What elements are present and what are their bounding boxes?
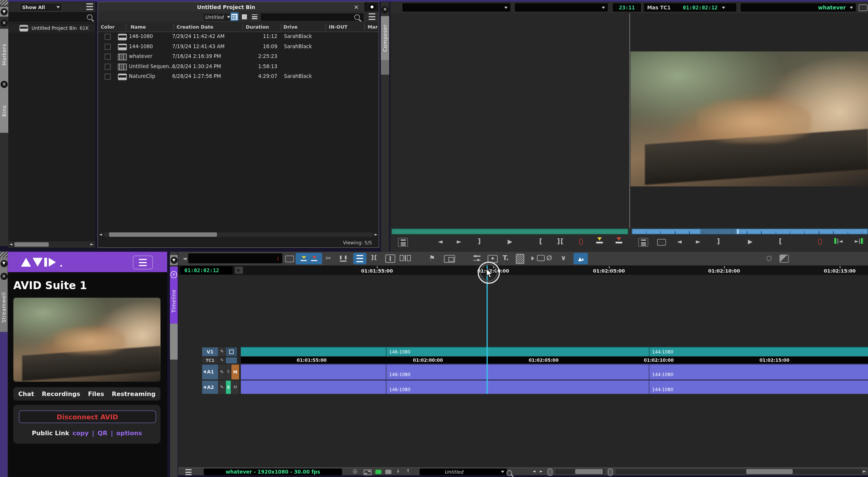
collapse-arrow-button[interactable]: ▼ [0, 7, 8, 17]
video-quality-button[interactable] [532, 255, 545, 261]
bin-view-script-button[interactable] [250, 12, 258, 21]
color-checkbox[interactable] [105, 54, 111, 60]
splice-in-button[interactable] [300, 256, 306, 261]
search-icon[interactable] [87, 14, 93, 20]
nav-restreaming[interactable]: Restreaming [112, 390, 156, 398]
mark-in-button[interactable]: [ [779, 237, 782, 245]
render-button[interactable] [779, 255, 789, 263]
arrow-up-icon[interactable]: ↑ [406, 469, 410, 474]
tc1-box[interactable] [226, 357, 237, 363]
step-forward-button[interactable]: ► [457, 238, 461, 245]
scroll-thumb[interactable] [15, 242, 49, 247]
col-color[interactable]: Color [101, 24, 115, 30]
audio-clip-label[interactable]: 146-1080 [389, 372, 411, 377]
col-markers[interactable]: Mar [368, 24, 378, 30]
search-icon[interactable] [506, 470, 512, 475]
scroll-handle[interactable] [608, 469, 613, 476]
a2-solo-button[interactable]: S [226, 380, 231, 393]
pip-effect-button[interactable] [444, 255, 455, 263]
collapse-arrow-button[interactable]: ▼ [170, 255, 178, 265]
clip-name[interactable]: Untitled Sequen... [129, 64, 174, 69]
bin-row[interactable]: Untitled Sequen... 6/28/24 1:30:24 PM 1:… [98, 61, 379, 71]
source-monitor[interactable] [391, 13, 630, 228]
step-forward-button[interactable]: ► [696, 238, 700, 245]
track-header-a1[interactable]: A1 ✎ S M [202, 364, 241, 379]
fast-menu-film-icon[interactable] [285, 256, 294, 262]
a2-track[interactable]: 146-1080 144-1080 [241, 380, 868, 394]
bin-fast-menu-button[interactable] [368, 13, 376, 20]
col-duration[interactable]: Duration [246, 24, 269, 30]
arrow-down-icon[interactable]: ↓ [396, 469, 400, 474]
resize-handle[interactable] [0, 252, 8, 258]
play-button[interactable]: ▶ [748, 238, 752, 245]
zoom-scroll-thumb[interactable] [575, 469, 603, 474]
scroll-track[interactable] [14, 242, 89, 247]
col-name[interactable]: Name [131, 24, 146, 30]
clip-gang-icon[interactable] [657, 239, 666, 246]
project-menu-button[interactable] [86, 3, 94, 10]
trim-mode-button[interactable] [340, 256, 347, 262]
monitor-toggle[interactable] [385, 470, 391, 474]
collapse-arrow-button[interactable]: ▼ [0, 259, 8, 268]
nav-files[interactable]: Files [88, 390, 104, 398]
motion-effect-button[interactable]: ▲▴ [573, 253, 588, 265]
position-indicator[interactable] [737, 229, 738, 234]
avid-panel-menu-button[interactable] [133, 256, 153, 270]
v1-track[interactable]: 146-1080 144-1080 [241, 347, 868, 356]
color-checkbox[interactable] [105, 34, 111, 40]
target-icon[interactable]: ◎ [353, 468, 358, 474]
add-edit-scissors-button[interactable]: ✂ [326, 255, 331, 262]
show-all-dropdown[interactable]: Show All [19, 3, 63, 12]
tab-markers[interactable]: Markers [0, 31, 8, 78]
timecode-play-button[interactable]: ▶ [235, 267, 243, 274]
record-clip-dropdown[interactable] [515, 3, 608, 12]
toggle-circle-button[interactable]: ○ [766, 254, 772, 262]
record-monitor[interactable] [631, 13, 868, 228]
audio-clip-label[interactable]: 144-1080 [652, 372, 674, 377]
bin-row[interactable]: 144-1080 7/19/24 12:41:43 AM 16:09 Sarah… [98, 41, 379, 51]
a2-mute-button[interactable]: M [231, 380, 239, 393]
marker-flag-button[interactable]: ⚑ [429, 254, 435, 262]
track-header-v1[interactable]: V1 ✎ [202, 347, 241, 356]
source-position-bar[interactable] [391, 229, 628, 235]
close-streamwell-button[interactable]: × [0, 271, 8, 280]
sequence-dropdown[interactable]: whatever [741, 3, 856, 12]
bin-hscroll[interactable]: ◄ ► [99, 232, 377, 238]
clip-name[interactable]: NatureClip [129, 73, 155, 79]
zoom-back-arrow[interactable]: ◄ [533, 469, 536, 474]
video-clip-label[interactable]: 144-1080 [652, 350, 674, 355]
project-search-row[interactable] [8, 12, 95, 23]
v1-monitor-button[interactable] [226, 347, 237, 356]
bin-row[interactable]: NatureClip 6/28/24 1:27:56 PM 4:29:07 Sa… [98, 72, 379, 81]
qr-link[interactable]: QR [98, 430, 107, 437]
video-clip-label[interactable]: 146-1080 [389, 350, 411, 355]
a1-track[interactable]: 146-1080 144-1080 [241, 364, 868, 379]
scroll-right-arrow[interactable]: ► [863, 469, 866, 474]
bin-column-header[interactable]: Color Name Creation Date Duration Drive … [98, 22, 379, 32]
audio-mixer-button[interactable] [473, 256, 480, 261]
clip-name[interactable]: 144-1080 [129, 44, 153, 49]
track-header-a2[interactable]: A2 ✎ S M [202, 380, 241, 394]
a1-solo-button[interactable]: S [226, 364, 231, 379]
mark-clip-button[interactable]: ][ [557, 237, 564, 245]
timeline-ruler[interactable]: 01:01:55:00 01:02:00:00 01:02:05:00 01:0… [244, 265, 868, 275]
audio-wave-button[interactable]: ∨ [561, 254, 566, 262]
bin-close-button[interactable]: × [354, 3, 359, 11]
source-menu-button[interactable] [398, 238, 408, 247]
bin-pin-button[interactable]: ● [365, 2, 379, 12]
col-in-out[interactable]: IN-OUT [329, 24, 348, 30]
audio-clip-label[interactable]: 146-1080 [389, 387, 411, 392]
tab-composer[interactable]: Composer [381, 16, 389, 61]
nav-chat[interactable]: Chat [18, 390, 34, 398]
timeline-scroll-thumb[interactable] [746, 469, 793, 474]
timeline-scroll-track[interactable] [616, 469, 861, 474]
step-backward-button[interactable]: ◄ [677, 238, 682, 245]
focus-back-button[interactable]: ◄ [183, 256, 186, 261]
bin-view-frame-button[interactable] [240, 12, 249, 21]
a1-mute-button[interactable]: M [231, 364, 239, 379]
bin-title-bar[interactable]: Untitled Project Bin × ● [98, 2, 379, 12]
timeline-preset-dropdown[interactable]: Untitled [420, 469, 507, 475]
bin-row[interactable]: 146-1080 7/29/24 11:42:42 AM 11:12 Sarah… [98, 32, 379, 41]
mark-in-button[interactable]: [ [539, 237, 542, 245]
copy-link[interactable]: copy [73, 430, 89, 437]
